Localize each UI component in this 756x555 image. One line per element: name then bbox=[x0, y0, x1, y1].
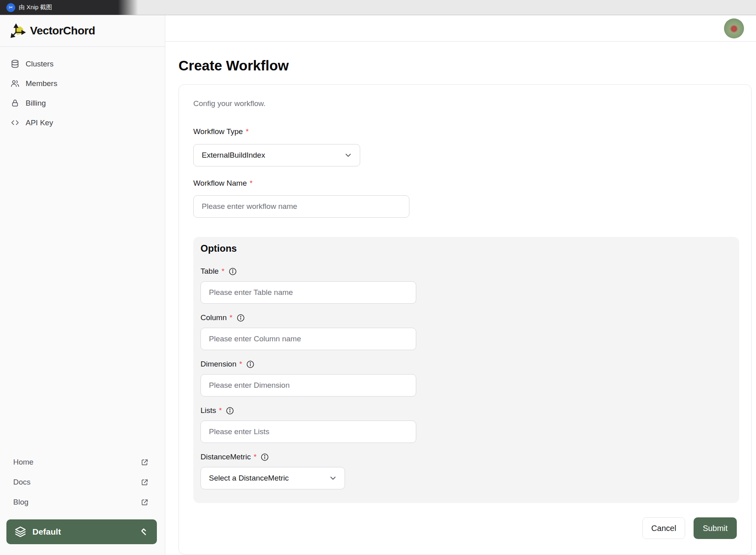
sidebar-link-docs[interactable]: Docs bbox=[0, 472, 165, 492]
sidebar-item-label: Members bbox=[26, 79, 57, 88]
info-icon[interactable] bbox=[237, 314, 245, 322]
column-input[interactable] bbox=[201, 328, 416, 350]
brand-header[interactable]: VectorChord bbox=[0, 15, 165, 47]
required-mark: * bbox=[221, 267, 224, 276]
cancel-button[interactable]: Cancel bbox=[642, 517, 685, 539]
project-switcher-left: Default bbox=[14, 526, 61, 538]
external-link-icon bbox=[140, 498, 149, 507]
form-actions: Cancel Submit bbox=[193, 517, 737, 539]
sidebar-link-label: Home bbox=[13, 458, 34, 467]
chevron-down-icon bbox=[344, 151, 353, 160]
lists-input[interactable] bbox=[201, 421, 416, 443]
project-switcher-button[interactable]: Default bbox=[6, 519, 157, 544]
macos-menubar: ✂ 由 Xnip 截图 bbox=[0, 0, 756, 15]
workflow-name-input[interactable] bbox=[193, 195, 409, 218]
sidebar-item-api-key[interactable]: API Key bbox=[0, 113, 165, 132]
table-field: Table * bbox=[201, 267, 739, 304]
project-name: Default bbox=[32, 527, 61, 537]
sidebar-item-label: Clusters bbox=[26, 60, 54, 68]
required-mark: * bbox=[246, 127, 249, 136]
brand-name: VectorChord bbox=[30, 24, 95, 37]
required-mark: * bbox=[239, 360, 242, 369]
chevrons-up-down-icon bbox=[138, 527, 149, 537]
column-label: Column * bbox=[201, 313, 739, 322]
dimension-label: Dimension * bbox=[201, 360, 739, 369]
user-avatar[interactable] bbox=[724, 18, 744, 38]
column-field: Column * bbox=[201, 313, 739, 350]
table-label: Table * bbox=[201, 267, 739, 276]
app-frame: VectorChord Clusters Members bbox=[0, 15, 756, 555]
required-mark: * bbox=[229, 313, 232, 322]
page-title: Create Workflow bbox=[178, 58, 756, 74]
xnip-app-icon[interactable]: ✂ bbox=[6, 3, 15, 12]
main-area: Create Workflow Config your workflow. Wo… bbox=[165, 15, 756, 555]
sidebar-item-label: Billing bbox=[26, 99, 46, 108]
page-content: Create Workflow Config your workflow. Wo… bbox=[165, 42, 756, 555]
submit-button[interactable]: Submit bbox=[694, 517, 737, 539]
sidebar-item-billing[interactable]: Billing bbox=[0, 93, 165, 113]
options-heading: Options bbox=[201, 243, 739, 254]
dimension-field: Dimension * bbox=[201, 360, 739, 397]
workflow-type-value: ExternalBuildIndex bbox=[202, 151, 265, 160]
users-icon bbox=[10, 79, 20, 88]
layers-icon bbox=[14, 526, 26, 538]
distance-metric-select[interactable]: Select a DistanceMetric bbox=[201, 467, 345, 489]
info-icon[interactable] bbox=[261, 453, 269, 461]
workflow-type-field: Workflow Type * ExternalBuildIndex bbox=[193, 127, 737, 166]
dimension-input[interactable] bbox=[201, 374, 416, 397]
workflow-name-label: Workflow Name * bbox=[193, 179, 737, 188]
sidebar-link-blog[interactable]: Blog bbox=[0, 492, 165, 512]
scissors-icon: ✂ bbox=[9, 5, 13, 10]
workflow-type-label: Workflow Type * bbox=[193, 127, 737, 136]
sidebar-footer: Home Docs Blog bbox=[0, 452, 165, 555]
sidebar-nav: Clusters Members Billing bbox=[0, 47, 165, 132]
top-header bbox=[165, 15, 756, 42]
sidebar-link-label: Blog bbox=[13, 498, 28, 507]
external-link-icon bbox=[140, 458, 149, 467]
vectorchord-logo-icon bbox=[10, 23, 26, 39]
info-icon[interactable] bbox=[246, 360, 255, 369]
code-icon bbox=[10, 118, 20, 127]
lock-icon bbox=[10, 98, 20, 108]
workflow-type-select[interactable]: ExternalBuildIndex bbox=[193, 144, 360, 166]
distance-metric-placeholder: Select a DistanceMetric bbox=[209, 474, 289, 483]
menubar-app-label: 由 Xnip 截图 bbox=[19, 4, 52, 11]
card-description: Config your workflow. bbox=[193, 99, 737, 108]
sidebar-item-label: API Key bbox=[26, 118, 53, 127]
sidebar-link-label: Docs bbox=[13, 478, 30, 487]
distance-metric-field: DistanceMetric * Select a DistanceMetric bbox=[201, 453, 739, 489]
sidebar-item-members[interactable]: Members bbox=[0, 74, 165, 93]
distance-metric-label: DistanceMetric * bbox=[201, 453, 739, 461]
create-workflow-card: Config your workflow. Workflow Type * Ex… bbox=[178, 84, 752, 555]
lists-field: Lists * bbox=[201, 406, 739, 443]
required-mark: * bbox=[254, 453, 257, 461]
required-mark: * bbox=[219, 406, 222, 415]
external-link-icon bbox=[140, 478, 149, 487]
options-panel: Options Table * Column bbox=[193, 237, 739, 503]
sidebar-item-clusters[interactable]: Clusters bbox=[0, 54, 165, 74]
info-icon[interactable] bbox=[229, 267, 237, 276]
sidebar-link-home[interactable]: Home bbox=[0, 452, 165, 472]
info-icon[interactable] bbox=[226, 407, 234, 415]
lists-label: Lists * bbox=[201, 406, 739, 415]
table-input[interactable] bbox=[201, 281, 416, 304]
database-icon bbox=[10, 59, 20, 68]
sidebar: VectorChord Clusters Members bbox=[0, 15, 165, 555]
workflow-name-field: Workflow Name * bbox=[193, 179, 737, 218]
chevron-down-icon bbox=[329, 474, 337, 483]
required-mark: * bbox=[250, 179, 253, 188]
